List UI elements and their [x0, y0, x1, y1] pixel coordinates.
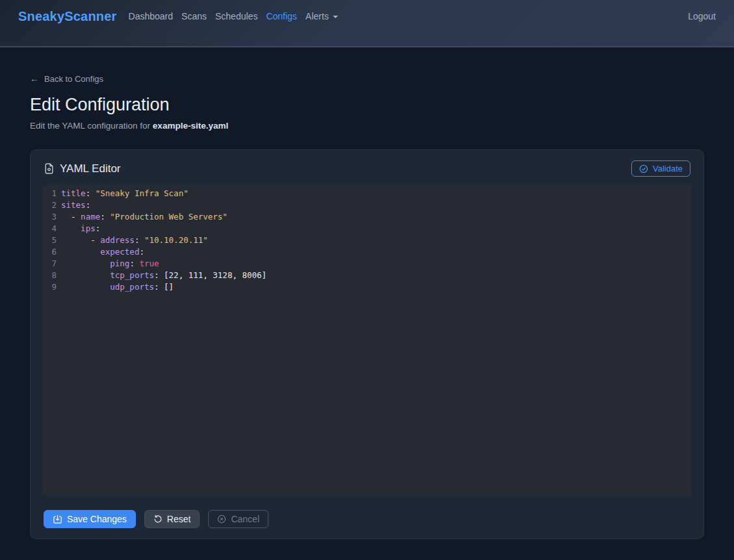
- cancel-button[interactable]: Cancel: [208, 510, 269, 528]
- code-text: tcp_ports: [22, 111, 3128, 8006]: [61, 270, 267, 281]
- brand-logo[interactable]: SneakyScanner: [18, 9, 117, 24]
- line-number: 7: [43, 258, 57, 270]
- code-text: ping: true: [61, 258, 159, 270]
- reset-button[interactable]: Reset: [144, 510, 200, 528]
- code-line[interactable]: 5 - address: "10.10.20.11": [43, 235, 691, 246]
- config-filename: example-site.yaml: [153, 121, 228, 131]
- page-subtitle: Edit the YAML configuration for example-…: [30, 121, 704, 131]
- code-text: udp_ports: []: [61, 281, 174, 293]
- card-header: YAML Editor Validate: [31, 150, 703, 185]
- file-code-icon: [44, 163, 55, 174]
- code-area: 1title: "Sneaky Infra Scan"2sites:3 - na…: [43, 188, 691, 293]
- subtitle-text: Edit the YAML configuration for: [30, 121, 153, 131]
- line-number: 3: [43, 211, 57, 223]
- code-text: - address: "10.10.20.11": [61, 235, 208, 246]
- line-number: 6: [43, 246, 57, 258]
- code-text: expected:: [61, 246, 144, 258]
- code-line[interactable]: 1title: "Sneaky Infra Scan": [43, 188, 691, 199]
- save-changes-button[interactable]: Save Changes: [44, 510, 136, 528]
- code-line[interactable]: 6 expected:: [43, 246, 691, 258]
- page-title: Edit Configuration: [30, 95, 704, 115]
- line-number: 5: [43, 235, 57, 246]
- code-line[interactable]: 7 ping: true: [43, 258, 691, 270]
- back-link-label: Back to Configs: [44, 74, 103, 84]
- back-arrow-icon: ←: [30, 74, 39, 83]
- code-line[interactable]: 9 udp_ports: []: [43, 281, 691, 293]
- yaml-editor-card: YAML Editor Validate 1title: "Sneaky Inf…: [30, 149, 704, 539]
- line-number: 4: [43, 223, 57, 235]
- code-text: sites:: [61, 199, 90, 211]
- nav-item-dashboard[interactable]: Dashboard: [129, 11, 174, 21]
- save-icon: [53, 515, 62, 524]
- yaml-code-editor[interactable]: 1title: "Sneaky Infra Scan"2sites:3 - na…: [43, 185, 691, 496]
- validate-button[interactable]: Validate: [631, 160, 690, 177]
- code-line[interactable]: 8 tcp_ports: [22, 111, 3128, 8006]: [43, 270, 691, 281]
- code-text: title: "Sneaky Infra Scan": [61, 188, 189, 199]
- line-number: 8: [43, 270, 57, 281]
- nav-item-alerts[interactable]: Alerts: [306, 11, 338, 21]
- check-circle-icon: [639, 164, 648, 173]
- card-title-label: YAML Editor: [60, 162, 121, 175]
- nav-item-scans[interactable]: Scans: [181, 11, 207, 21]
- nav-items: DashboardScansSchedulesConfigsAlerts: [129, 11, 338, 21]
- card-footer: Save Changes Reset Cance: [31, 496, 703, 539]
- main-content: ← Back to Configs Edit Configuration Edi…: [30, 47, 704, 539]
- code-text: ips:: [61, 223, 100, 235]
- line-number: 2: [43, 199, 57, 211]
- back-to-configs-link[interactable]: ← Back to Configs: [30, 74, 103, 84]
- chevron-down-icon: [333, 16, 338, 18]
- nav-item-schedules[interactable]: Schedules: [215, 11, 257, 21]
- x-circle-icon: [217, 515, 226, 524]
- logout-link[interactable]: Logout: [688, 11, 716, 21]
- nav-item-configs[interactable]: Configs: [266, 11, 296, 21]
- line-number: 1: [43, 188, 57, 199]
- code-line[interactable]: 4 ips:: [43, 223, 691, 235]
- card-title: YAML Editor: [44, 162, 121, 175]
- reset-counterclockwise-icon: [153, 515, 163, 524]
- navbar: SneakyScanner DashboardScansSchedulesCon…: [0, 0, 734, 47]
- line-number: 9: [43, 281, 57, 293]
- code-line[interactable]: 2sites:: [43, 199, 691, 211]
- code-text: - name: "Production Web Servers": [61, 211, 228, 223]
- code-line[interactable]: 3 - name: "Production Web Servers": [43, 211, 691, 223]
